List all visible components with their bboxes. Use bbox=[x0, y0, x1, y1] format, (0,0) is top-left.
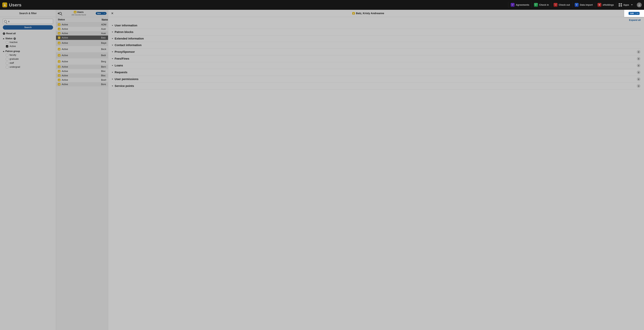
pane-search-filter: Search & filter Search ✕ Reset all Statu… bbox=[0, 10, 56, 330]
accordion-left: Contact information bbox=[112, 43, 142, 47]
pg-option-faculty[interactable]: faculty bbox=[6, 54, 53, 56]
accordion-toggle[interactable]: Proxy/Sponsor0 bbox=[112, 48, 641, 55]
table-row[interactable]: ActiveBern bbox=[56, 65, 108, 69]
reset-all-button[interactable]: ✕ Reset all bbox=[3, 32, 53, 35]
search-input[interactable] bbox=[3, 19, 53, 24]
nav-agreements[interactable]: ✔ Agreements bbox=[508, 2, 532, 8]
status-cell: Active bbox=[58, 74, 100, 77]
nav-check-in[interactable]: ⇤ Check in bbox=[532, 2, 551, 8]
accordion-section: Fees/Fines0 bbox=[112, 55, 641, 62]
name-cell: Auer bbox=[101, 28, 106, 30]
profile-avatar[interactable] bbox=[637, 2, 642, 7]
pg-option-undergrad[interactable]: undergrad bbox=[6, 66, 53, 68]
new-record-button[interactable]: New bbox=[96, 12, 102, 15]
accordion-left: Requests bbox=[112, 71, 128, 74]
accordion-left: Service points bbox=[112, 84, 134, 88]
nav-check-out-label: Check out bbox=[559, 3, 570, 6]
accordion-toggle[interactable]: User information bbox=[112, 22, 641, 29]
table-row[interactable]: ActiveBore bbox=[56, 82, 108, 86]
chevron-down-icon bbox=[112, 86, 113, 86]
chevron-down-icon bbox=[631, 4, 633, 5]
table-row[interactable]: ActiveAuer bbox=[56, 27, 108, 31]
table-row[interactable]: ActiveBloc bbox=[56, 73, 108, 78]
ellipsis-icon: ••• bbox=[104, 13, 106, 14]
accordion-toggle[interactable]: User permissions0 bbox=[112, 76, 641, 82]
checkbox-staff[interactable] bbox=[6, 62, 8, 64]
user-row-icon bbox=[58, 48, 60, 50]
table-row[interactable]: ActiveBatz bbox=[56, 35, 108, 40]
name-cell: Bore bbox=[101, 83, 106, 86]
collapse-filter-button[interactable] bbox=[58, 12, 62, 15]
pg-option-staff[interactable]: staff bbox=[6, 62, 53, 64]
status-cell: Active bbox=[58, 60, 100, 63]
checkbox-faculty[interactable] bbox=[6, 54, 8, 56]
expand-all-button[interactable]: Expand all bbox=[112, 19, 641, 21]
edit-more-button[interactable]: ••• bbox=[636, 12, 640, 15]
new-record-more[interactable]: ••• bbox=[102, 12, 106, 15]
accordion-toggle[interactable]: Contact information bbox=[112, 42, 641, 48]
agreements-icon: ✔ bbox=[511, 3, 514, 7]
accordion-toggle[interactable]: Patron blocks bbox=[112, 29, 641, 35]
chevron-down-icon bbox=[112, 72, 113, 73]
checkbox-undergrad[interactable] bbox=[6, 66, 8, 68]
accordion-toggle[interactable]: Extended information bbox=[112, 35, 641, 42]
checkbox-graduate[interactable] bbox=[6, 58, 8, 60]
edit-button[interactable]: Edit bbox=[628, 12, 636, 15]
facet-status-toggle[interactable]: Status ✕ bbox=[3, 37, 53, 40]
table-row[interactable]: ActiveBaye bbox=[56, 40, 108, 46]
chevron-down-icon bbox=[112, 51, 113, 52]
nav-apps[interactable]: Apps bbox=[616, 2, 635, 8]
close-detail-button[interactable]: ✕ bbox=[110, 11, 114, 16]
nav-check-out[interactable]: ⇥ Check out bbox=[551, 2, 572, 8]
table-row[interactable]: ActiveBerg bbox=[56, 58, 108, 65]
chevron-down-icon bbox=[112, 45, 113, 46]
table-row[interactable]: ActiveBedr bbox=[56, 52, 108, 58]
checkbox-inactive[interactable] bbox=[6, 41, 8, 43]
pg-undergrad-label: undergrad bbox=[10, 66, 20, 68]
users-mini-icon bbox=[74, 11, 76, 13]
count-badge: 0 bbox=[637, 70, 640, 74]
search-button[interactable]: Search bbox=[3, 25, 53, 29]
facet-status-options: Inactive Active bbox=[3, 40, 53, 48]
table-row[interactable]: ActiveBloc bbox=[56, 69, 108, 73]
col-header-status[interactable]: Status bbox=[58, 18, 102, 21]
accordion-toggle[interactable]: Fees/Fines0 bbox=[112, 55, 641, 62]
pg-staff-label: staff bbox=[10, 62, 14, 64]
status-option-inactive[interactable]: Inactive bbox=[6, 41, 53, 44]
accordion-section: Extended information bbox=[112, 35, 641, 42]
facet-patron-group-toggle[interactable]: Patron group bbox=[3, 50, 53, 53]
status-option-active[interactable]: Active bbox=[6, 45, 53, 48]
accordion-title: Patron blocks bbox=[115, 30, 133, 34]
accordion-section: Loans0 bbox=[112, 62, 641, 69]
pane-detail: ✕ Batz, Kristy Andreanne Expand all User… bbox=[108, 10, 644, 330]
accordion-title: Extended information bbox=[115, 37, 144, 40]
reset-all-label: Reset all bbox=[6, 32, 16, 35]
new-record-group: New ••• bbox=[96, 12, 106, 15]
facet-patron-group-label: Patron group bbox=[6, 50, 20, 53]
table-row[interactable]: ActiveBoeh bbox=[56, 78, 108, 82]
accordion-title: Requests bbox=[115, 71, 128, 74]
nav-eholdings[interactable]: ✚ eHoldings bbox=[595, 2, 616, 8]
checkbox-active[interactable] bbox=[6, 45, 8, 47]
accordion-toggle[interactable]: Service points3 bbox=[112, 83, 641, 89]
chevron-down-icon bbox=[112, 79, 113, 80]
facet-status-clear[interactable]: ✕ bbox=[14, 37, 16, 40]
results-subtitle: 164 records found bbox=[63, 14, 94, 16]
table-row[interactable]: ActiveBeck bbox=[56, 46, 108, 52]
col-header-name[interactable]: Name bbox=[102, 18, 108, 21]
status-cell: Active bbox=[58, 70, 100, 73]
accordion-left: User permissions bbox=[112, 77, 138, 81]
table-row[interactable]: ActiveAuer bbox=[56, 31, 108, 35]
detail-title-text: Batz, Kristy Andreanne bbox=[356, 12, 384, 15]
nav-data-import[interactable]: ⬆ Data import bbox=[572, 2, 595, 8]
status-cell: Active bbox=[58, 23, 100, 26]
accordion-title: User permissions bbox=[115, 77, 138, 81]
accordion-toggle[interactable]: Requests0 bbox=[112, 69, 641, 76]
user-row-icon bbox=[58, 65, 60, 68]
accordion-toggle[interactable]: Loans0 bbox=[112, 62, 641, 69]
pg-option-graduate[interactable]: graduate bbox=[6, 58, 53, 60]
table-row[interactable]: ActiveADM bbox=[56, 22, 108, 27]
user-row-icon bbox=[58, 60, 60, 63]
name-cell: Beck bbox=[101, 48, 106, 50]
results-column-headers: Status Name bbox=[56, 17, 108, 22]
